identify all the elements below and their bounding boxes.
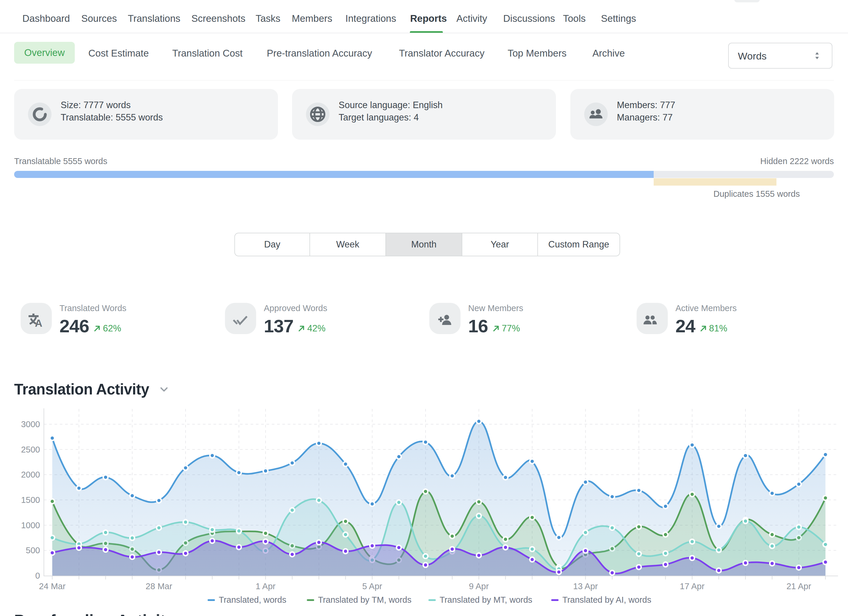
svg-text:24 Mar: 24 Mar <box>39 582 66 591</box>
svg-text:3000: 3000 <box>21 420 40 429</box>
svg-text:1500: 1500 <box>21 495 40 505</box>
svg-text:0: 0 <box>35 571 40 580</box>
svg-text:2500: 2500 <box>21 445 40 454</box>
svg-text:13 Apr: 13 Apr <box>573 582 598 591</box>
svg-text:9 Apr: 9 Apr <box>469 582 489 591</box>
svg-text:2000: 2000 <box>21 470 40 479</box>
svg-text:17 Apr: 17 Apr <box>680 582 704 591</box>
svg-text:1 Apr: 1 Apr <box>256 582 276 591</box>
svg-text:21 Apr: 21 Apr <box>786 582 811 591</box>
svg-text:5 Apr: 5 Apr <box>362 582 382 591</box>
svg-text:A: A <box>35 317 42 329</box>
svg-text:28 Mar: 28 Mar <box>146 582 172 591</box>
svg-text:1000: 1000 <box>21 521 40 530</box>
svg-text:500: 500 <box>26 546 40 555</box>
